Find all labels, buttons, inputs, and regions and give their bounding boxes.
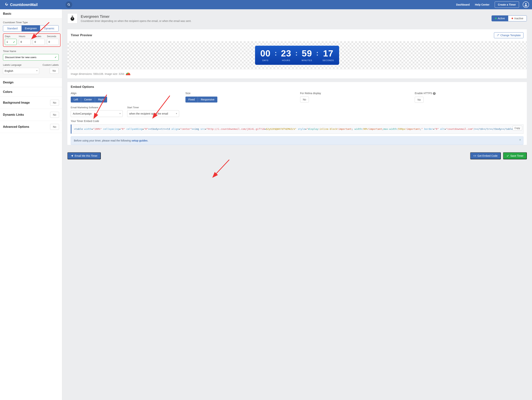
get-embed-code-button[interactable]: Get Embed Code	[470, 152, 501, 159]
size-label: Size	[185, 92, 294, 95]
email-software-select[interactable]: ActiveCampaign	[71, 110, 123, 117]
preview-hours-value: 23	[281, 48, 291, 58]
align-right[interactable]: Right	[95, 97, 107, 103]
custom-labels-toggle[interactable]: No	[50, 68, 59, 74]
background-image-toggle[interactable]: No	[50, 100, 59, 106]
settings-sidebar: Basic Countdown Timer Type Standard Ever…	[0, 9, 62, 400]
main-content: Evergreen Timer Countdown timer dependin…	[62, 9, 532, 400]
save-timer-button[interactable]: Save Timer	[503, 152, 527, 159]
page-footer: Email Me this Timer Get Embed Code Save …	[62, 148, 532, 165]
svg-point-0	[68, 4, 70, 5]
preview-minutes-value: 59	[302, 48, 312, 58]
hours-label: Hours	[19, 35, 31, 38]
countdown-display: 00DAYS : 23HOURS : 59MINUTES : 17SECONDS	[255, 46, 339, 65]
timer-type-group: Standard Evergreen Dynamic	[3, 25, 59, 32]
status-active[interactable]: Active	[492, 16, 508, 21]
app-header: CountdownMail Dashboard Help Center Crea…	[0, 0, 532, 9]
code-icon	[474, 155, 476, 157]
days-label: Days	[5, 35, 17, 38]
start-timer-label: Start Timer	[127, 106, 179, 109]
preview-days-value: 00	[260, 48, 271, 58]
section-design[interactable]: Design	[0, 78, 62, 87]
https-toggle[interactable]: No	[415, 97, 424, 103]
embed-code-label: Your Timer Embed Code	[67, 120, 527, 124]
check-icon	[506, 155, 509, 157]
flame-icon	[5, 2, 9, 7]
minutes-label: Minutes	[33, 35, 45, 38]
dot-icon	[512, 18, 513, 19]
page-title: Evergreen Timer	[81, 14, 191, 19]
type-standard[interactable]: Standard	[3, 26, 22, 31]
search-icon	[67, 3, 70, 6]
size-responsive[interactable]: Responsive	[198, 97, 217, 103]
labels-language-select[interactable]: English	[3, 68, 39, 74]
create-timer-button[interactable]: Create a Timer	[495, 1, 519, 8]
section-background-image[interactable]: Background Image No	[0, 97, 62, 109]
timer-preview-panel: Timer Preview Change Template 00DAYS : 2…	[67, 29, 527, 78]
change-template-button[interactable]: Change Template	[494, 32, 523, 38]
advanced-options-toggle[interactable]: No	[50, 124, 59, 130]
image-info: Image dimensions: 590x106. Image size: 3…	[67, 69, 527, 78]
basic-body: Countdown Timer Type Standard Evergreen …	[0, 18, 62, 78]
size-group: Fixed Responsive	[185, 97, 294, 103]
help-icon[interactable]: ?	[433, 92, 436, 95]
status-inactive[interactable]: Inactive	[508, 16, 527, 21]
page-header: Evergreen Timer Countdown timer dependin…	[62, 9, 532, 27]
svg-rect-4	[72, 16, 73, 17]
type-evergreen[interactable]: Evergreen	[22, 26, 40, 31]
align-center[interactable]: Center	[81, 97, 95, 103]
section-advanced-options[interactable]: Advanced Options No	[0, 121, 62, 133]
dot-icon	[495, 18, 497, 19]
embed-code-box[interactable]: Copy <table width="100%" cellspacing="0"…	[71, 124, 523, 134]
duration-row: Days Hours Minutes Seconds	[3, 33, 61, 47]
wand-icon	[497, 34, 499, 37]
dynamic-links-toggle[interactable]: No	[50, 112, 59, 118]
timer-type-icon	[67, 13, 77, 23]
seconds-input[interactable]	[47, 39, 59, 45]
paper-plane-icon	[71, 155, 73, 157]
timer-name-label: Timer Name	[3, 50, 59, 52]
section-dynamic-links[interactable]: Dynamic Links No	[0, 109, 62, 121]
setup-guides-link[interactable]: setup guides	[132, 139, 148, 142]
start-timer-select[interactable]: when the recipient open the email	[127, 110, 179, 117]
user-avatar[interactable]	[523, 1, 529, 8]
embed-options-panel: Embed Options Align Left Center Right Si…	[67, 82, 527, 145]
embed-options-title: Embed Options	[71, 85, 94, 89]
type-dynamic[interactable]: Dynamic	[40, 26, 58, 31]
preview-seconds-value: 17	[323, 48, 334, 58]
timer-preview-title: Timer Preview	[71, 33, 92, 37]
retina-toggle[interactable]: No	[300, 97, 309, 103]
setup-guides-alert: Before using your timer, please read the…	[71, 136, 523, 145]
gauge-icon	[126, 73, 130, 75]
alert-close-button[interactable]: ×	[519, 138, 521, 142]
email-me-button[interactable]: Email Me this Timer	[67, 152, 101, 159]
retina-label: For Retina display	[300, 92, 409, 95]
page-subtitle: Countdown timer depending on when the re…	[81, 19, 191, 22]
seconds-label: Seconds	[47, 35, 59, 38]
timer-name-input[interactable]	[3, 54, 59, 61]
ems-label: Email Marketing Software	[71, 106, 123, 109]
nav-help-center[interactable]: Help Center	[475, 3, 489, 6]
stopwatch-icon	[70, 16, 75, 21]
search-button[interactable]	[65, 1, 72, 8]
align-group: Left Center Right	[71, 97, 179, 103]
brand-name: CountdownMail	[10, 3, 38, 7]
svg-line-1	[69, 5, 70, 6]
svg-point-2	[525, 3, 526, 5]
status-toggle: Active Inactive	[492, 15, 527, 21]
align-left[interactable]: Left	[71, 97, 81, 103]
size-fixed[interactable]: Fixed	[185, 97, 198, 103]
hours-input[interactable]	[19, 39, 31, 45]
brand-logo[interactable]: CountdownMail	[0, 2, 62, 7]
align-label: Align	[71, 92, 179, 95]
copy-button[interactable]: Copy	[513, 126, 522, 130]
labels-language-label: Labels Language	[3, 64, 39, 66]
timer-preview-canvas: 00DAYS : 23HOURS : 59MINUTES : 17SECONDS	[67, 41, 527, 69]
custom-labels-label: Custom Labels	[43, 64, 59, 66]
section-colors[interactable]: Colors	[0, 87, 62, 97]
days-input[interactable]	[5, 39, 17, 45]
section-basic[interactable]: Basic	[0, 9, 62, 18]
minutes-input[interactable]	[33, 39, 45, 45]
nav-dashboard[interactable]: Dashboard	[456, 3, 470, 6]
user-icon	[524, 3, 528, 7]
